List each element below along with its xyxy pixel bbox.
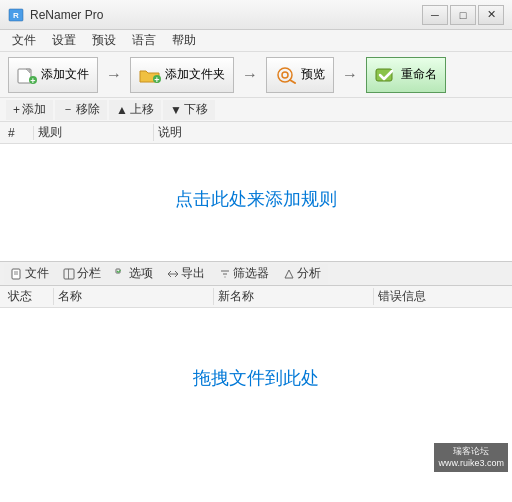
minimize-button[interactable]: ─ (422, 5, 448, 25)
remove-label: 移除 (76, 101, 100, 118)
menu-presets[interactable]: 预设 (84, 30, 124, 51)
window-controls: ─ □ ✕ (422, 5, 504, 25)
svg-text:R: R (13, 11, 19, 20)
up-icon: ▲ (116, 103, 128, 117)
menu-settings[interactable]: 设置 (44, 30, 84, 51)
move-up-button[interactable]: ▲ 上移 (109, 100, 161, 120)
col-error: 错误信息 (374, 288, 508, 305)
arrow1: → (106, 66, 122, 84)
col-desc: 说明 (154, 124, 508, 141)
rename-button[interactable]: 重命名 (366, 57, 446, 93)
files-placeholder[interactable]: 拖拽文件到此处 (193, 366, 319, 390)
svg-text:+: + (154, 74, 159, 84)
tab-analyze-label: 分析 (297, 265, 321, 282)
remove-rule-button[interactable]: － 移除 (55, 100, 107, 120)
main-toolbar: + 添加文件 → + 添加文件夹 → 预览 → 重命名 (0, 52, 512, 98)
tab-files-label: 文件 (25, 265, 49, 282)
tab-columns-label: 分栏 (77, 265, 101, 282)
files-table-body[interactable]: 拖拽文件到此处 (0, 308, 512, 448)
preview-button[interactable]: 预览 (266, 57, 334, 93)
watermark-line1: 瑞客论坛 (438, 445, 504, 458)
tab-options-label: 选项 (129, 265, 153, 282)
bottom-tabs: 文件 分栏 选项 导出 筛选器 分析 (0, 262, 512, 286)
rename-label: 重命名 (401, 66, 437, 83)
add-label: 添加 (22, 101, 46, 118)
move-down-button[interactable]: ▼ 下移 (163, 100, 215, 120)
col-newname: 新名称 (214, 288, 374, 305)
svg-rect-15 (64, 269, 74, 279)
window-title: ReNamer Pro (30, 8, 422, 22)
svg-line-10 (290, 80, 295, 83)
tab-columns[interactable]: 分栏 (56, 264, 108, 284)
files-table-header: 状态 名称 新名称 错误信息 (0, 286, 512, 308)
tab-export[interactable]: 导出 (160, 264, 212, 284)
maximize-button[interactable]: □ (450, 5, 476, 25)
col-rule: 规则 (34, 124, 154, 141)
rules-table-header: # 规则 说明 (0, 122, 512, 144)
menu-bar: 文件 设置 预设 语言 帮助 (0, 30, 512, 52)
preview-label: 预览 (301, 66, 325, 83)
tab-options[interactable]: 选项 (108, 264, 160, 284)
tab-export-label: 导出 (181, 265, 205, 282)
add-folder-button[interactable]: + 添加文件夹 (130, 57, 234, 93)
svg-marker-24 (285, 270, 293, 278)
main-content: + 添加 － 移除 ▲ 上移 ▼ 下移 # 规则 说明 点击此处来添加规则 文件 (0, 98, 512, 502)
watermark: 瑞客论坛 www.ruike3.com (434, 443, 508, 472)
title-bar: R ReNamer Pro ─ □ ✕ (0, 0, 512, 30)
rules-section: # 规则 说明 点击此处来添加规则 (0, 122, 512, 262)
down-label: 下移 (184, 101, 208, 118)
sub-toolbar: + 添加 － 移除 ▲ 上移 ▼ 下移 (0, 98, 512, 122)
rules-table-body[interactable]: 点击此处来添加规则 (0, 144, 512, 254)
rules-placeholder[interactable]: 点击此处来添加规则 (175, 187, 337, 211)
menu-file[interactable]: 文件 (4, 30, 44, 51)
add-file-label: 添加文件 (41, 66, 89, 83)
menu-language[interactable]: 语言 (124, 30, 164, 51)
arrow3: → (342, 66, 358, 84)
menu-help[interactable]: 帮助 (164, 30, 204, 51)
up-label: 上移 (130, 101, 154, 118)
col-hash: # (4, 126, 34, 140)
add-rule-button[interactable]: + 添加 (6, 100, 53, 120)
svg-text:+: + (30, 75, 35, 84)
tab-filter[interactable]: 筛选器 (212, 264, 276, 284)
add-file-button[interactable]: + 添加文件 (8, 57, 98, 93)
add-folder-label: 添加文件夹 (165, 66, 225, 83)
arrow2: → (242, 66, 258, 84)
col-name: 名称 (54, 288, 214, 305)
tab-files[interactable]: 文件 (4, 264, 56, 284)
col-status: 状态 (4, 288, 54, 305)
remove-icon: － (62, 101, 74, 118)
svg-point-9 (282, 72, 288, 78)
add-icon: + (13, 103, 20, 117)
tab-filter-label: 筛选器 (233, 265, 269, 282)
down-icon: ▼ (170, 103, 182, 117)
app-icon: R (8, 7, 24, 23)
watermark-line2: www.ruike3.com (438, 457, 504, 470)
tab-analyze[interactable]: 分析 (276, 264, 328, 284)
close-button[interactable]: ✕ (478, 5, 504, 25)
